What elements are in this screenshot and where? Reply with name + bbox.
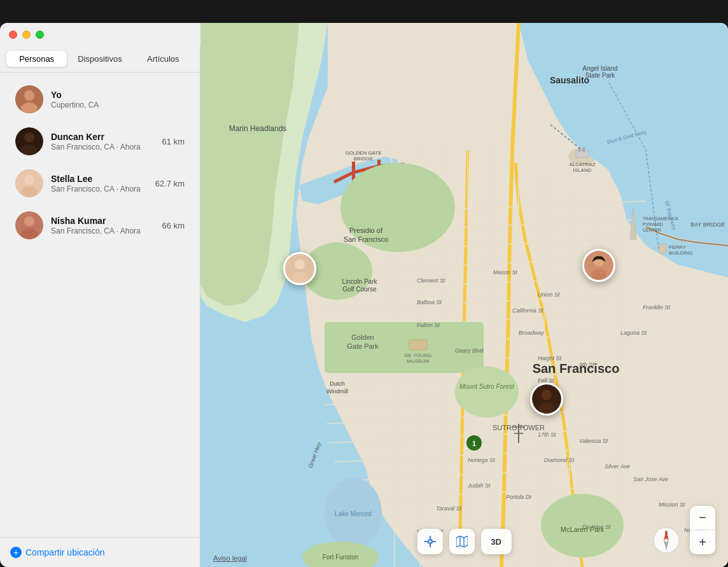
svg-point-96 <box>295 260 305 270</box>
svg-text:Judah St: Judah St <box>467 482 491 489</box>
svg-text:Sausalito: Sausalito <box>550 75 589 85</box>
person-item-nisha[interactable]: Nisha Kumar San Francisco, CA · Ahora 66… <box>5 205 195 246</box>
svg-text:CENTER: CENTER <box>643 228 661 232</box>
3d-label: 3D <box>491 537 501 547</box>
share-location-button[interactable]: + Compartir ubicación <box>10 547 105 558</box>
svg-text:Taraval St: Taraval St <box>436 505 462 512</box>
map-icon <box>456 536 468 547</box>
avatar-stella <box>15 169 43 197</box>
map-background: 1 Balboa St Fulton St Geary Blvd Califor… <box>200 23 728 567</box>
tab-personas[interactable]: Personas <box>6 51 67 67</box>
svg-text:California St: California St <box>512 307 544 314</box>
map-controls: 3D <box>417 529 512 554</box>
svg-text:Mason St: Mason St <box>493 269 518 276</box>
svg-text:Mount Sutro Forest: Mount Sutro Forest <box>459 383 515 390</box>
map-avatar-duncan[interactable] <box>530 382 563 416</box>
zoom-in-button[interactable]: − <box>690 506 715 530</box>
svg-text:Union St: Union St <box>538 291 560 298</box>
svg-text:Angel Island: Angel Island <box>582 65 617 72</box>
person-item-yo[interactable]: Yo Cupertino, CA <box>5 79 195 120</box>
svg-text:ISLAND: ISLAND <box>573 167 592 173</box>
svg-text:MUSEUM: MUSEUM <box>407 358 430 364</box>
tab-articulos[interactable]: Artículos <box>133 51 193 67</box>
minimize-button[interactable] <box>22 31 31 39</box>
svg-point-7 <box>24 174 34 185</box>
close-button[interactable] <box>9 31 17 39</box>
svg-text:Valencia St: Valencia St <box>579 438 608 444</box>
svg-text:Mission St: Mission St <box>659 501 685 508</box>
zoom-controls: − + <box>690 506 715 554</box>
traffic-lights <box>9 31 44 39</box>
svg-text:Presidio of: Presidio of <box>349 227 383 234</box>
svg-text:Lincoln Park: Lincoln Park <box>342 278 377 285</box>
person-item-stella[interactable]: Stella Lee San Francisco, CA · Ahora 62.… <box>5 163 195 204</box>
person-info-yo: Yo Cupertino, CA <box>51 90 185 109</box>
svg-text:McLaren Park: McLaren Park <box>561 526 605 533</box>
svg-text:Portola Dr: Portola Dr <box>506 494 533 500</box>
svg-text:Franklin St: Franklin St <box>643 304 671 311</box>
map-area[interactable]: 1 Balboa St Fulton St Geary Blvd Califor… <box>200 23 728 567</box>
svg-text:BUILDING: BUILDING <box>669 250 693 256</box>
location-button[interactable] <box>417 529 443 554</box>
svg-point-97 <box>292 272 308 283</box>
svg-point-1 <box>24 90 34 101</box>
svg-rect-89 <box>409 340 427 350</box>
svg-text:Lake Merced: Lake Merced <box>335 510 372 517</box>
tab-dispositivos[interactable]: Dispositivos <box>69 51 130 67</box>
svg-point-100 <box>591 269 607 280</box>
svg-text:Noriega St: Noriega St <box>468 457 495 463</box>
svg-point-104 <box>428 540 432 543</box>
people-list: Yo Cupertino, CA Duncan Kerr San Franc <box>0 73 200 537</box>
zoom-out-button[interactable]: + <box>690 530 715 554</box>
person-info-nisha: Nisha Kumar San Francisco, CA · Ahora <box>51 216 162 235</box>
svg-text:Gate Park: Gate Park <box>347 342 379 350</box>
svg-text:Dutch: Dutch <box>330 381 345 387</box>
svg-text:Broadway: Broadway <box>519 330 545 336</box>
3d-button[interactable]: 3D <box>481 529 512 554</box>
person-location-stella: San Francisco, CA · Ahora <box>51 185 155 193</box>
svg-rect-72 <box>583 147 585 152</box>
share-location-label: Compartir ubicación <box>25 547 105 557</box>
svg-marker-109 <box>456 536 468 547</box>
map-avatar-stella[interactable] <box>283 252 316 285</box>
svg-text:PYRAMID: PYRAMID <box>643 222 663 227</box>
svg-text:ALCATRAZ: ALCATRAZ <box>569 162 595 167</box>
svg-text:1: 1 <box>472 440 476 447</box>
svg-point-103 <box>539 402 555 414</box>
svg-text:GOLDEN GATE: GOLDEN GATE <box>345 150 381 156</box>
person-location-duncan: San Francisco, CA · Ahora <box>51 143 162 151</box>
person-name-duncan: Duncan Kerr <box>51 132 162 142</box>
svg-text:Windmill: Windmill <box>326 388 348 395</box>
map-avatar-nisha[interactable] <box>582 249 615 282</box>
svg-text:17th St: 17th St <box>538 431 556 438</box>
svg-text:San Francisco: San Francisco <box>533 361 620 375</box>
person-item-duncan[interactable]: Duncan Kerr San Francisco, CA · Ahora 61… <box>5 121 195 162</box>
person-name-stella: Stella Lee <box>51 174 155 184</box>
zoom-in-icon: − <box>699 510 706 525</box>
person-name-nisha: Nisha Kumar <box>51 216 162 226</box>
app-window: Personas Dispositivos Artículos Yo Cuper… <box>0 23 728 567</box>
location-icon <box>424 536 436 547</box>
avatar-yo <box>15 85 43 113</box>
svg-text:Balboa St: Balboa St <box>417 299 442 305</box>
svg-rect-70 <box>576 150 589 158</box>
map-view-button[interactable] <box>449 529 475 554</box>
sidebar: Personas Dispositivos Artículos Yo Cuper… <box>0 23 200 567</box>
svg-text:BRIDGE: BRIDGE <box>354 156 374 162</box>
svg-text:Marin Headlands: Marin Headlands <box>229 124 287 133</box>
svg-text:Laguna St: Laguna St <box>620 330 647 336</box>
svg-text:San Francisco: San Francisco <box>344 235 388 243</box>
svg-point-21 <box>455 367 519 417</box>
svg-text:Golf Course: Golf Course <box>342 286 377 293</box>
legal-notice[interactable]: Aviso legal <box>213 554 247 562</box>
svg-text:Geary Blvd: Geary Blvd <box>455 347 484 354</box>
maximize-button[interactable] <box>36 31 44 39</box>
svg-text:Diamond St: Diamond St <box>544 457 575 463</box>
svg-rect-77 <box>659 244 666 253</box>
svg-point-102 <box>542 390 552 400</box>
svg-text:Fulton St: Fulton St <box>417 322 440 328</box>
person-name-yo: Yo <box>51 90 185 100</box>
svg-text:San Jose Ave: San Jose Ave <box>633 476 668 482</box>
svg-text:BAY BRIDGE: BAY BRIDGE <box>690 221 725 228</box>
person-location-nisha: San Francisco, CA · Ahora <box>51 227 162 235</box>
